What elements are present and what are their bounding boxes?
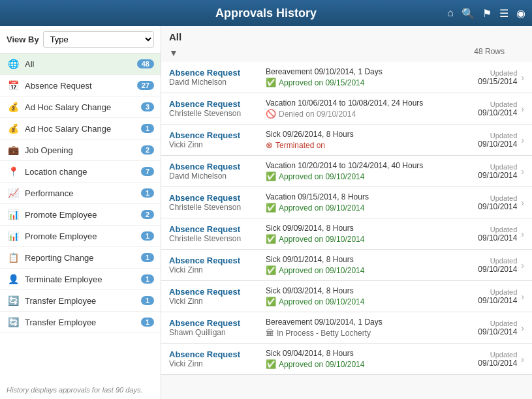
sidebar-item-ad-hoc-1[interactable]: 💰 Ad Hoc Salary Change 3 — [0, 96, 161, 118]
sidebar-item-label: Ad Hoc Salary Change — [25, 102, 136, 112]
filter-icon[interactable]: ▼ — [169, 48, 178, 58]
sidebar-item-label: Transfer Employee — [25, 318, 136, 327]
record-updated: Updated — [465, 226, 517, 233]
view-by-label: View By — [7, 35, 39, 44]
menu-icon[interactable]: ☰ — [499, 7, 509, 20]
sidebar-item-count: 1 — [141, 124, 154, 133]
record-middle: Sick 09/01/2014, 8 Hours ✅ Approved on 0… — [260, 255, 465, 275]
view-by-select[interactable]: Type — [43, 31, 154, 48]
table-row[interactable]: Absence Request Christelle Stevenson Vac… — [161, 187, 532, 218]
sidebar-item-count: 27 — [137, 81, 154, 90]
sidebar-item-count: 7 — [141, 167, 154, 176]
record-date: 09/15/2014 — [465, 77, 517, 86]
filter-row: ▼ 48 Rows — [161, 45, 532, 62]
record-right: Updated 09/10/2014 — [465, 319, 517, 336]
record-left: Absence Request Vicki Zinn — [169, 130, 260, 149]
record-desc: Sick 09/03/2014, 8 Hours — [266, 286, 460, 295]
sidebar-item-terminate[interactable]: 👤 Terminate Employee 1 — [0, 269, 161, 290]
record-type: Absence Request — [169, 287, 260, 297]
status-approved-icon: ✅ — [266, 171, 276, 181]
flag-icon[interactable]: ⚑ — [482, 7, 492, 20]
sidebar-item-label: Terminate Employee — [25, 274, 136, 284]
record-status-text: Approved on 09/10/2014 — [279, 203, 364, 213]
sidebar-item-all[interactable]: 🌐 All 48 — [0, 53, 161, 75]
table-row[interactable]: Absence Request Christelle Stevenson Sic… — [161, 218, 532, 250]
sidebar-item-icon: 💼 — [7, 145, 20, 155]
record-date: 09/10/2014 — [465, 108, 517, 117]
record-right: Updated 09/10/2014 — [465, 100, 517, 117]
record-date: 09/10/2014 — [465, 327, 517, 336]
chevron-right-icon: › — [521, 260, 524, 271]
record-updated: Updated — [465, 257, 517, 265]
record-left: Absence Request Christelle Stevenson — [169, 224, 260, 243]
sidebar-item-absence-request[interactable]: 📅 Absence Request 27 — [0, 75, 161, 96]
table-row[interactable]: Absence Request Vicki Zinn Sick 09/04/20… — [161, 344, 532, 375]
sidebar-item-count: 2 — [141, 210, 154, 219]
view-by-row: View By Type — [0, 26, 161, 53]
sidebar-item-reporting-change[interactable]: 📋 Reporting Change 1 — [0, 247, 161, 269]
table-row[interactable]: Absence Request David Michelson Vacation… — [161, 156, 532, 187]
sidebar-item-label: Location change — [25, 167, 136, 177]
record-person: David Michelson — [169, 78, 260, 87]
record-inner: Absence Request David Michelson Vacation… — [169, 161, 524, 181]
record-status-text: Approved on 09/10/2014 — [279, 297, 364, 306]
table-row[interactable]: Absence Request Vicki Zinn Sick 09/01/20… — [161, 250, 532, 281]
record-updated: Updated — [465, 132, 517, 140]
sidebar-item-label: Absence Request — [25, 81, 132, 91]
sidebar-item-promote-1[interactable]: 📊 Promote Employee 2 — [0, 204, 161, 226]
sidebar-item-icon: 📍 — [7, 166, 20, 177]
table-row[interactable]: Absence Request David Michelson Bereavem… — [161, 62, 532, 93]
status-approved-icon: ✅ — [266, 359, 276, 369]
sidebar-item-job-opening[interactable]: 💼 Job Opening 2 — [0, 140, 161, 161]
record-desc: Vacation 09/15/2014, 8 Hours — [266, 192, 460, 201]
record-status: 🚫 Denied on 09/10/2014 — [266, 109, 460, 119]
record-updated: Updated — [465, 100, 517, 108]
record-left: Absence Request David Michelson — [169, 68, 260, 87]
sidebar-item-ad-hoc-2[interactable]: 💰 Ad Hoc Salary Change 1 — [0, 118, 161, 140]
table-row[interactable]: Absence Request Shawn Quilligan Bereavem… — [161, 312, 532, 344]
record-updated: Updated — [465, 194, 517, 202]
record-middle: Sick 09/26/2014, 8 Hours ⊗ Terminated on — [260, 130, 465, 150]
table-row[interactable]: Absence Request Vicki Zinn Sick 09/03/20… — [161, 281, 532, 312]
status-approved-icon: ✅ — [266, 78, 276, 87]
record-middle: Bereavement 09/10/2014, 1 Days 🏛 In Proc… — [260, 318, 465, 338]
record-middle: Bereavement 09/10/2014, 1 Days ✅ Approve… — [260, 67, 465, 87]
sidebar-footer: History displays approvals for last 90 d… — [0, 381, 161, 399]
sidebar: View By Type 🌐 All 48 📅 Absence Request … — [0, 26, 161, 399]
sidebar-item-performance[interactable]: 📈 Performance 1 — [0, 183, 161, 204]
sidebar-item-promote-2[interactable]: 📊 Promote Employee 1 — [0, 226, 161, 247]
header-icons: ⌂ 🔍 ⚑ ☰ ◉ — [447, 7, 525, 20]
sidebar-item-label: Job Opening — [25, 145, 136, 155]
sidebar-item-transfer-2[interactable]: 🔄 Transfer Employee 1 — [0, 312, 161, 333]
record-right: Updated 09/10/2014 — [465, 288, 517, 305]
sidebar-item-location-change[interactable]: 📍 Location change 7 — [0, 161, 161, 183]
table-row[interactable]: Absence Request Vicki Zinn Sick 09/26/20… — [161, 125, 532, 156]
home-icon[interactable]: ⌂ — [447, 7, 454, 19]
record-left: Absence Request Christelle Stevenson — [169, 193, 260, 212]
record-status: ✅ Approved on 09/10/2014 — [266, 171, 460, 181]
main-layout: View By Type 🌐 All 48 📅 Absence Request … — [0, 26, 532, 399]
record-desc: Vacation 10/06/2014 to 10/08/2014, 24 Ho… — [266, 98, 460, 108]
sidebar-item-icon: 🔄 — [7, 295, 20, 306]
record-desc: Sick 09/09/2014, 8 Hours — [266, 224, 460, 233]
record-inner: Absence Request Christelle Stevenson Vac… — [169, 98, 524, 119]
search-icon[interactable]: 🔍 — [462, 7, 475, 20]
sidebar-item-count: 1 — [141, 231, 154, 241]
record-type: Absence Request — [169, 68, 260, 78]
record-desc: Bereavement 09/10/2014, 1 Days — [266, 67, 460, 76]
sidebar-item-transfer-1[interactable]: 🔄 Transfer Employee 1 — [0, 290, 161, 312]
status-approved-icon: ✅ — [266, 234, 276, 244]
sidebar-item-icon: 📅 — [7, 80, 20, 91]
record-type: Absence Request — [169, 349, 260, 359]
table-row[interactable]: Absence Request Christelle Stevenson Vac… — [161, 93, 532, 125]
record-inner: Absence Request Christelle Stevenson Sic… — [169, 224, 524, 244]
sidebar-item-label: Performance — [25, 188, 136, 198]
user-icon[interactable]: ◉ — [516, 7, 525, 20]
record-date: 09/10/2014 — [465, 296, 517, 305]
sidebar-item-icon: 🔄 — [7, 317, 20, 327]
record-type: Absence Request — [169, 224, 260, 234]
sidebar-items: 🌐 All 48 📅 Absence Request 27 💰 Ad Hoc S… — [0, 53, 161, 333]
content-title: All — [169, 31, 181, 42]
row-count: 48 Rows — [178, 47, 524, 56]
sidebar-item-count: 3 — [141, 102, 154, 111]
